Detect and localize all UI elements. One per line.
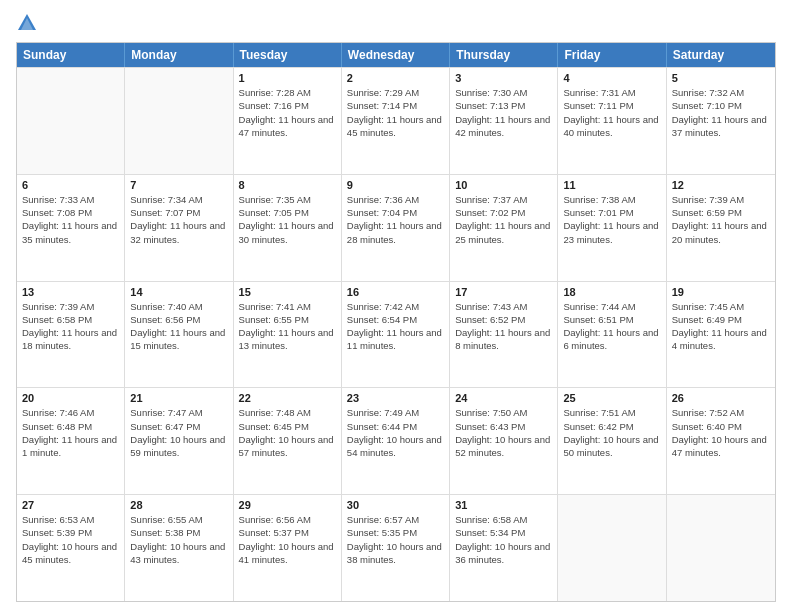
calendar-cell-day-6: 6Sunrise: 7:33 AM Sunset: 7:08 PM Daylig… <box>17 175 125 281</box>
day-info: Sunrise: 7:30 AM Sunset: 7:13 PM Dayligh… <box>455 86 552 139</box>
day-number: 10 <box>455 179 552 191</box>
day-info: Sunrise: 7:52 AM Sunset: 6:40 PM Dayligh… <box>672 406 770 459</box>
calendar-cell-day-13: 13Sunrise: 7:39 AM Sunset: 6:58 PM Dayli… <box>17 282 125 388</box>
calendar-cell-day-28: 28Sunrise: 6:55 AM Sunset: 5:38 PM Dayli… <box>125 495 233 601</box>
day-info: Sunrise: 7:35 AM Sunset: 7:05 PM Dayligh… <box>239 193 336 246</box>
day-number: 8 <box>239 179 336 191</box>
day-number: 12 <box>672 179 770 191</box>
day-number: 25 <box>563 392 660 404</box>
day-number: 17 <box>455 286 552 298</box>
calendar-cell-day-5: 5Sunrise: 7:32 AM Sunset: 7:10 PM Daylig… <box>667 68 775 174</box>
header-day-friday: Friday <box>558 43 666 67</box>
calendar-cell-day-11: 11Sunrise: 7:38 AM Sunset: 7:01 PM Dayli… <box>558 175 666 281</box>
calendar-cell-day-7: 7Sunrise: 7:34 AM Sunset: 7:07 PM Daylig… <box>125 175 233 281</box>
calendar-cell-empty-4-6 <box>667 495 775 601</box>
calendar-cell-day-10: 10Sunrise: 7:37 AM Sunset: 7:02 PM Dayli… <box>450 175 558 281</box>
day-number: 20 <box>22 392 119 404</box>
day-number: 3 <box>455 72 552 84</box>
day-number: 5 <box>672 72 770 84</box>
day-number: 28 <box>130 499 227 511</box>
calendar-cell-day-31: 31Sunrise: 6:58 AM Sunset: 5:34 PM Dayli… <box>450 495 558 601</box>
calendar-cell-day-18: 18Sunrise: 7:44 AM Sunset: 6:51 PM Dayli… <box>558 282 666 388</box>
header-day-tuesday: Tuesday <box>234 43 342 67</box>
day-number: 4 <box>563 72 660 84</box>
logo <box>16 12 42 34</box>
day-number: 14 <box>130 286 227 298</box>
day-number: 18 <box>563 286 660 298</box>
day-info: Sunrise: 7:46 AM Sunset: 6:48 PM Dayligh… <box>22 406 119 459</box>
calendar-cell-day-29: 29Sunrise: 6:56 AM Sunset: 5:37 PM Dayli… <box>234 495 342 601</box>
calendar-row-4: 20Sunrise: 7:46 AM Sunset: 6:48 PM Dayli… <box>17 387 775 494</box>
calendar-row-1: 1Sunrise: 7:28 AM Sunset: 7:16 PM Daylig… <box>17 67 775 174</box>
calendar-cell-day-9: 9Sunrise: 7:36 AM Sunset: 7:04 PM Daylig… <box>342 175 450 281</box>
day-number: 11 <box>563 179 660 191</box>
day-info: Sunrise: 6:58 AM Sunset: 5:34 PM Dayligh… <box>455 513 552 566</box>
day-number: 30 <box>347 499 444 511</box>
day-info: Sunrise: 7:40 AM Sunset: 6:56 PM Dayligh… <box>130 300 227 353</box>
day-number: 22 <box>239 392 336 404</box>
day-info: Sunrise: 7:34 AM Sunset: 7:07 PM Dayligh… <box>130 193 227 246</box>
day-info: Sunrise: 7:43 AM Sunset: 6:52 PM Dayligh… <box>455 300 552 353</box>
calendar-cell-day-23: 23Sunrise: 7:49 AM Sunset: 6:44 PM Dayli… <box>342 388 450 494</box>
calendar-cell-day-30: 30Sunrise: 6:57 AM Sunset: 5:35 PM Dayli… <box>342 495 450 601</box>
day-info: Sunrise: 7:28 AM Sunset: 7:16 PM Dayligh… <box>239 86 336 139</box>
day-info: Sunrise: 7:38 AM Sunset: 7:01 PM Dayligh… <box>563 193 660 246</box>
day-number: 23 <box>347 392 444 404</box>
day-number: 24 <box>455 392 552 404</box>
day-number: 26 <box>672 392 770 404</box>
calendar: SundayMondayTuesdayWednesdayThursdayFrid… <box>16 42 776 602</box>
day-info: Sunrise: 6:53 AM Sunset: 5:39 PM Dayligh… <box>22 513 119 566</box>
day-info: Sunrise: 7:32 AM Sunset: 7:10 PM Dayligh… <box>672 86 770 139</box>
calendar-cell-day-24: 24Sunrise: 7:50 AM Sunset: 6:43 PM Dayli… <box>450 388 558 494</box>
calendar-cell-day-19: 19Sunrise: 7:45 AM Sunset: 6:49 PM Dayli… <box>667 282 775 388</box>
calendar-cell-empty-0-0 <box>17 68 125 174</box>
day-info: Sunrise: 7:39 AM Sunset: 6:58 PM Dayligh… <box>22 300 119 353</box>
calendar-cell-day-4: 4Sunrise: 7:31 AM Sunset: 7:11 PM Daylig… <box>558 68 666 174</box>
header-day-sunday: Sunday <box>17 43 125 67</box>
day-number: 21 <box>130 392 227 404</box>
day-info: Sunrise: 7:29 AM Sunset: 7:14 PM Dayligh… <box>347 86 444 139</box>
calendar-cell-day-16: 16Sunrise: 7:42 AM Sunset: 6:54 PM Dayli… <box>342 282 450 388</box>
day-info: Sunrise: 7:31 AM Sunset: 7:11 PM Dayligh… <box>563 86 660 139</box>
calendar-cell-empty-4-5 <box>558 495 666 601</box>
day-number: 27 <box>22 499 119 511</box>
day-info: Sunrise: 6:55 AM Sunset: 5:38 PM Dayligh… <box>130 513 227 566</box>
day-info: Sunrise: 7:41 AM Sunset: 6:55 PM Dayligh… <box>239 300 336 353</box>
header-day-wednesday: Wednesday <box>342 43 450 67</box>
day-number: 1 <box>239 72 336 84</box>
calendar-row-3: 13Sunrise: 7:39 AM Sunset: 6:58 PM Dayli… <box>17 281 775 388</box>
day-number: 31 <box>455 499 552 511</box>
day-info: Sunrise: 6:56 AM Sunset: 5:37 PM Dayligh… <box>239 513 336 566</box>
day-info: Sunrise: 6:57 AM Sunset: 5:35 PM Dayligh… <box>347 513 444 566</box>
calendar-cell-day-20: 20Sunrise: 7:46 AM Sunset: 6:48 PM Dayli… <box>17 388 125 494</box>
day-number: 9 <box>347 179 444 191</box>
calendar-cell-day-21: 21Sunrise: 7:47 AM Sunset: 6:47 PM Dayli… <box>125 388 233 494</box>
calendar-row-5: 27Sunrise: 6:53 AM Sunset: 5:39 PM Dayli… <box>17 494 775 601</box>
day-info: Sunrise: 7:44 AM Sunset: 6:51 PM Dayligh… <box>563 300 660 353</box>
calendar-row-2: 6Sunrise: 7:33 AM Sunset: 7:08 PM Daylig… <box>17 174 775 281</box>
day-info: Sunrise: 7:36 AM Sunset: 7:04 PM Dayligh… <box>347 193 444 246</box>
calendar-cell-day-2: 2Sunrise: 7:29 AM Sunset: 7:14 PM Daylig… <box>342 68 450 174</box>
calendar-cell-day-25: 25Sunrise: 7:51 AM Sunset: 6:42 PM Dayli… <box>558 388 666 494</box>
calendar-cell-day-26: 26Sunrise: 7:52 AM Sunset: 6:40 PM Dayli… <box>667 388 775 494</box>
day-info: Sunrise: 7:37 AM Sunset: 7:02 PM Dayligh… <box>455 193 552 246</box>
day-info: Sunrise: 7:47 AM Sunset: 6:47 PM Dayligh… <box>130 406 227 459</box>
day-info: Sunrise: 7:45 AM Sunset: 6:49 PM Dayligh… <box>672 300 770 353</box>
day-number: 15 <box>239 286 336 298</box>
page: SundayMondayTuesdayWednesdayThursdayFrid… <box>0 0 792 612</box>
calendar-cell-day-27: 27Sunrise: 6:53 AM Sunset: 5:39 PM Dayli… <box>17 495 125 601</box>
calendar-cell-day-12: 12Sunrise: 7:39 AM Sunset: 6:59 PM Dayli… <box>667 175 775 281</box>
day-number: 2 <box>347 72 444 84</box>
calendar-cell-day-3: 3Sunrise: 7:30 AM Sunset: 7:13 PM Daylig… <box>450 68 558 174</box>
day-number: 6 <box>22 179 119 191</box>
calendar-cell-day-1: 1Sunrise: 7:28 AM Sunset: 7:16 PM Daylig… <box>234 68 342 174</box>
day-number: 29 <box>239 499 336 511</box>
logo-icon <box>16 12 38 34</box>
day-info: Sunrise: 7:42 AM Sunset: 6:54 PM Dayligh… <box>347 300 444 353</box>
day-info: Sunrise: 7:48 AM Sunset: 6:45 PM Dayligh… <box>239 406 336 459</box>
day-number: 13 <box>22 286 119 298</box>
calendar-cell-day-15: 15Sunrise: 7:41 AM Sunset: 6:55 PM Dayli… <box>234 282 342 388</box>
header <box>16 12 776 34</box>
day-info: Sunrise: 7:39 AM Sunset: 6:59 PM Dayligh… <box>672 193 770 246</box>
header-day-saturday: Saturday <box>667 43 775 67</box>
